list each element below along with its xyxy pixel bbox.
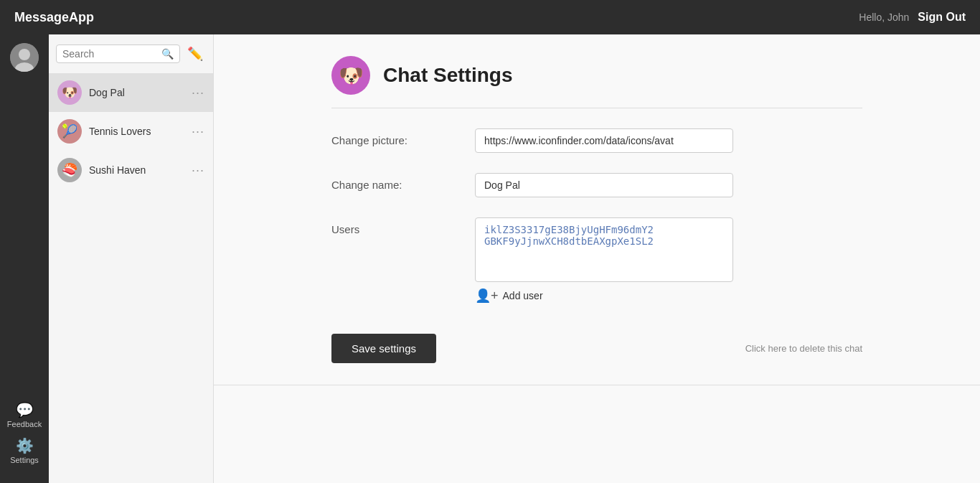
chat-more-button[interactable]: ···: [192, 85, 204, 100]
chat-avatar: 🐶: [57, 80, 82, 105]
user-avatar[interactable]: [10, 43, 39, 72]
chat-settings-avatar: 🐶: [331, 56, 370, 95]
chat-list: 🐶 Dog Pal ··· 🎾 Tennis Lovers ··· 🍣 Sush…: [49, 73, 213, 189]
chat-name: Tennis Lovers: [89, 126, 184, 137]
chat-more-button[interactable]: ···: [192, 124, 204, 139]
main-content: 🐶 Chat Settings Change picture: Change n…: [214, 34, 980, 483]
chat-settings-panel: 🐶 Chat Settings Change picture: Change n…: [274, 34, 920, 385]
compose-button[interactable]: ✏️: [184, 43, 206, 65]
delete-chat-link[interactable]: Click here to delete this chat: [745, 343, 862, 354]
search-icon[interactable]: 🔍: [161, 48, 174, 60]
chat-avatar-emoji: 🐶: [339, 64, 364, 88]
chat-avatar: 🎾: [57, 119, 82, 144]
feedback-label: Feedback: [7, 420, 42, 428]
change-picture-label: Change picture:: [331, 128, 461, 146]
app-logo: MessageApp: [14, 10, 94, 25]
change-name-field: [475, 173, 733, 197]
chat-list-item[interactable]: 🍣 Sushi Haven ···: [49, 151, 213, 189]
search-box: 🔍: [56, 44, 180, 63]
settings-button[interactable]: ⚙️ Settings: [6, 434, 43, 467]
chat-settings-title: Chat Settings: [383, 64, 512, 87]
chat-sidebar-header: 🔍 ✏️: [49, 34, 213, 73]
add-user-button[interactable]: 👤+ Add user: [475, 285, 543, 306]
change-name-label: Change name:: [331, 173, 461, 191]
topnav-right: Hello, John Sign Out: [859, 11, 966, 24]
svg-point-1: [19, 49, 30, 60]
settings-form: Change picture: Change name: Users: [331, 128, 862, 363]
chat-name: Dog Pal: [89, 87, 184, 98]
content-divider: [214, 385, 980, 385]
chat-list-item[interactable]: 🎾 Tennis Lovers ···: [49, 112, 213, 151]
chat-more-button[interactable]: ···: [192, 163, 204, 178]
search-input[interactable]: [62, 48, 161, 60]
settings-actions: Save settings Click here to delete this …: [331, 334, 862, 363]
hello-text: Hello, John: [859, 11, 909, 23]
icon-sidebar: 💬 Feedback ⚙️ Settings: [0, 34, 49, 483]
change-picture-field: [475, 128, 733, 153]
users-field: 👤+ Add user: [475, 217, 733, 306]
signout-button[interactable]: Sign Out: [918, 11, 966, 24]
save-settings-button[interactable]: Save settings: [331, 334, 436, 363]
chat-list-item[interactable]: 🐶 Dog Pal ···: [49, 73, 213, 112]
top-nav: MessageApp Hello, John Sign Out: [0, 0, 980, 34]
feedback-button[interactable]: 💬 Feedback: [3, 398, 46, 431]
settings-icon: ⚙️: [16, 437, 34, 454]
change-name-row: Change name:: [331, 173, 862, 197]
chat-settings-header: 🐶 Chat Settings: [331, 56, 862, 108]
change-picture-row: Change picture:: [331, 128, 862, 153]
change-picture-input[interactable]: [475, 128, 733, 153]
users-label: Users: [331, 217, 461, 235]
chat-name: Sushi Haven: [89, 164, 184, 176]
users-row: Users 👤+ Add user: [331, 217, 862, 306]
settings-label: Settings: [10, 456, 39, 464]
change-name-input[interactable]: [475, 173, 733, 197]
main-layout: 💬 Feedback ⚙️ Settings 🔍 ✏️ 🐶 Dog Pal ··…: [0, 34, 980, 483]
users-textarea[interactable]: [475, 217, 733, 282]
chat-sidebar: 🔍 ✏️ 🐶 Dog Pal ··· 🎾 Tennis Lovers ··· 🍣…: [49, 34, 214, 483]
sidebar-bottom-icons: 💬 Feedback ⚙️ Settings: [3, 398, 46, 474]
chat-avatar: 🍣: [57, 158, 82, 182]
add-user-icon: 👤+: [475, 288, 499, 304]
feedback-icon: 💬: [16, 401, 34, 418]
add-user-label: Add user: [503, 290, 543, 301]
